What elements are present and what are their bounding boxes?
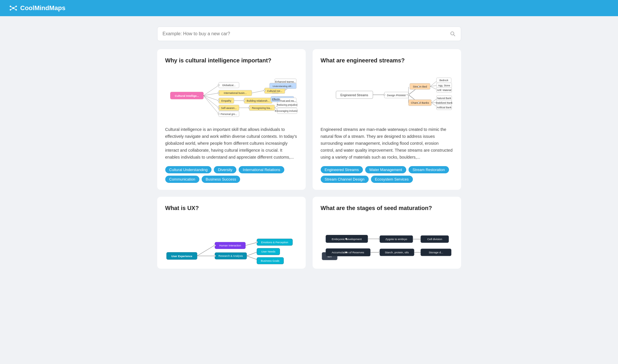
card-title-ux: What is UX? — [165, 205, 298, 211]
card-description-engineered: Engineered streams are man-made waterway… — [321, 126, 453, 161]
svg-text:Artif. Material: Artif. Material — [437, 89, 451, 92]
tag-engineered-streams[interactable]: Engineered Streams — [321, 166, 363, 173]
svg-text:Research & Analysis: Research & Analysis — [218, 255, 243, 257]
svg-text:Design Process: Design Process — [387, 94, 406, 97]
tag-stream-channel-design[interactable]: Stream Channel Design — [321, 176, 369, 183]
svg-text:User Experience: User Experience — [171, 255, 192, 258]
svg-text:Storage d...: Storage d... — [428, 251, 443, 254]
tags-cultural: Cultural Understanding Diversity Interna… — [165, 166, 298, 183]
mindmap-engineered: Engineered Streams Design Process Stream… — [321, 69, 453, 121]
svg-line-10 — [454, 35, 455, 36]
svg-text:Empathy: Empathy — [221, 99, 231, 102]
svg-text:Cultural nor...: Cultural nor... — [267, 90, 282, 92]
search-bar — [157, 27, 461, 41]
logo-icon — [9, 4, 17, 12]
mindmap-ux: User Experience Human Interaction Emotio… — [165, 217, 298, 269]
svg-point-103 — [214, 245, 216, 246]
svg-point-40 — [248, 107, 250, 108]
svg-point-97 — [408, 94, 409, 95]
svg-point-123 — [345, 238, 347, 239]
svg-text:Cultural Intellige...: Cultural Intellige... — [175, 94, 199, 97]
search-icon — [450, 31, 456, 37]
svg-line-13 — [203, 86, 219, 96]
svg-text:Enhanced teamw...: Enhanced teamw... — [275, 80, 296, 83]
svg-text:Natural Bank: Natural Bank — [437, 97, 451, 100]
svg-text:Bedrock: Bedrock — [439, 79, 448, 82]
svg-text:Zygote to embryo: Zygote to embryo — [385, 237, 407, 241]
svg-point-76 — [418, 102, 419, 103]
svg-line-8 — [13, 8, 16, 10]
tag-cultural-understanding[interactable]: Cultural Understanding — [165, 166, 212, 173]
card-title-cultural: Why is cultural intelligence important? — [165, 57, 298, 64]
svg-text:Engineered Streams: Engineered Streams — [340, 93, 368, 97]
tag-international-relations[interactable]: International Relations — [239, 166, 284, 173]
svg-text:Channel Banks: Channel Banks — [411, 101, 429, 104]
tag-communication[interactable]: Communication — [165, 176, 199, 183]
svg-point-28 — [218, 100, 219, 101]
svg-text:Building relationsh...: Building relationsh... — [246, 99, 269, 102]
svg-point-44 — [218, 113, 219, 115]
svg-point-32 — [243, 100, 245, 101]
tag-water-management[interactable]: Water Management — [365, 166, 406, 173]
svg-line-7 — [10, 8, 13, 10]
card-title-seed: What are the stages of seed maturation? — [321, 205, 453, 211]
app-logo: CoolMindMaps — [9, 4, 65, 12]
svg-line-6 — [13, 6, 16, 8]
tags-engineered: Engineered Streams Water Management Stre… — [321, 166, 453, 183]
svg-text:Agg. Stone: Agg. Stone — [438, 84, 450, 87]
mindmap-seed: ion Embryonic development Zygote to embr… — [321, 217, 453, 269]
svg-text:Starch, protein, oils: Starch, protein, oils — [385, 251, 409, 254]
svg-line-17 — [203, 93, 219, 96]
card-seed-maturation: What are the stages of seed maturation? … — [313, 197, 461, 269]
svg-text:Personal gro...: Personal gro... — [220, 113, 237, 116]
svg-point-24 — [263, 90, 265, 91]
svg-point-111 — [214, 255, 216, 257]
svg-line-115 — [246, 256, 258, 260]
svg-text:Self-awaren...: Self-awaren... — [221, 107, 237, 109]
svg-text:Cell division: Cell division — [427, 237, 442, 241]
svg-text:Globalizat...: Globalizat... — [222, 84, 235, 87]
cards-grid: Why is cultural intelligence important? … — [150, 49, 468, 280]
card-description-cultural: Cultural intelligence is an important sk… — [165, 126, 298, 161]
svg-point-9 — [451, 32, 454, 35]
svg-text:Understanding diff...: Understanding diff... — [272, 85, 293, 88]
svg-text:Stabilized Bank: Stabilized Bank — [436, 101, 452, 104]
svg-text:Stream Bed: Stream Bed — [413, 85, 427, 88]
svg-point-16 — [218, 84, 219, 86]
search-input[interactable] — [163, 31, 447, 36]
tag-business-success[interactable]: Business Success — [202, 176, 240, 183]
card-ux: What is UX? User Experience Human Intera… — [157, 197, 306, 269]
svg-line-33 — [203, 96, 219, 108]
svg-text:User Needs: User Needs — [261, 250, 275, 253]
app-header: CoolMindMaps — [0, 0, 618, 16]
svg-point-68 — [383, 94, 385, 95]
svg-point-36 — [218, 107, 219, 108]
tag-stream-restoration[interactable]: Stream Restoration — [409, 166, 449, 173]
svg-text:Recognizing bia...: Recognizing bia... — [252, 107, 272, 109]
svg-point-107 — [256, 241, 257, 243]
tag-diversity[interactable]: Diversity — [214, 166, 236, 173]
svg-line-100 — [197, 245, 215, 256]
svg-line-112 — [246, 251, 258, 256]
svg-text:Reducing prejudice: Reducing prejudice — [277, 103, 298, 106]
svg-line-21 — [252, 90, 264, 93]
svg-line-41 — [203, 96, 219, 114]
svg-text:International busin...: International busin... — [224, 92, 246, 94]
search-container — [150, 27, 468, 41]
svg-text:Accumulation of Reserves: Accumulation of Reserves — [332, 251, 364, 254]
svg-text:Business Goals: Business Goals — [261, 259, 279, 262]
card-engineered-streams: What are engineered streams? Engineered … — [313, 49, 461, 190]
card-title-engineered: What are engineered streams? — [321, 57, 453, 64]
svg-line-25 — [203, 96, 219, 101]
svg-line-5 — [10, 6, 13, 8]
svg-text:Artificial Bank: Artificial Bank — [437, 106, 451, 109]
svg-point-134 — [345, 251, 347, 253]
mindmap-cultural: Cultural Intellige... Globalizat... Inte… — [165, 69, 298, 121]
app-name: CoolMindMaps — [20, 4, 65, 12]
card-cultural-intelligence: Why is cultural intelligence important? … — [157, 49, 306, 190]
svg-text:Emotions & Perception: Emotions & Perception — [261, 241, 288, 244]
svg-point-20 — [218, 92, 219, 94]
svg-text:Human Interaction: Human Interaction — [219, 244, 241, 247]
svg-point-72 — [418, 86, 419, 87]
tag-ecosystem-services[interactable]: Ecosystem Services — [371, 176, 413, 183]
